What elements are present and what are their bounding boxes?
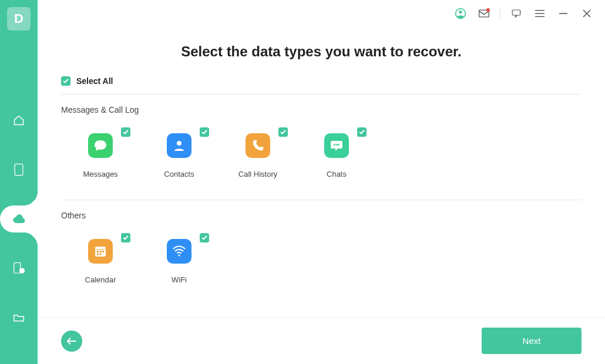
- svg-rect-7: [512, 10, 520, 15]
- tile-checkbox[interactable]: [200, 233, 209, 242]
- minimize-icon: [559, 9, 567, 18]
- nav-folder[interactable]: [0, 304, 38, 331]
- account-button[interactable]: [451, 5, 470, 22]
- content-area: Select the data types you want to recove…: [38, 27, 605, 317]
- nav-home[interactable]: [0, 107, 38, 134]
- svg-point-15: [334, 144, 335, 146]
- tile-grid: MessagesContactsCall HistoryChats: [61, 122, 582, 188]
- tile-checkbox[interactable]: [121, 127, 130, 137]
- contacts-icon: [167, 133, 191, 158]
- folder-icon: [13, 313, 25, 322]
- tile-checkbox[interactable]: [278, 127, 288, 137]
- tile-messages[interactable]: Messages: [61, 122, 140, 188]
- svg-rect-0: [15, 164, 23, 175]
- tile-call-history[interactable]: Call History: [219, 122, 297, 188]
- app-logo: D: [7, 7, 31, 31]
- account-icon: [455, 8, 466, 19]
- device-alert-icon: [13, 262, 25, 275]
- section-title: Messages & Call Log: [61, 105, 582, 114]
- menu-button[interactable]: [530, 5, 550, 22]
- tile-checkbox[interactable]: [121, 233, 130, 242]
- separator: [500, 8, 500, 19]
- select-all-label: Select All: [76, 76, 113, 86]
- nav-phone[interactable]: [0, 156, 38, 183]
- arrow-left-icon: [66, 337, 77, 345]
- titlebar: [38, 0, 605, 27]
- tile-label: Messages: [83, 170, 117, 178]
- tile-label: WiFi: [172, 275, 187, 284]
- cloud-icon: [12, 214, 25, 224]
- svg-rect-21: [97, 251, 99, 252]
- bottom-bar: Next: [38, 317, 605, 364]
- nav-cloud[interactable]: [0, 205, 38, 232]
- select-all-checkbox[interactable]: Select All: [61, 76, 582, 95]
- svg-point-26: [178, 254, 180, 256]
- section: OthersCalendarWiFi: [61, 211, 582, 294]
- tile-label: Call History: [238, 170, 277, 178]
- home-icon: [13, 114, 25, 126]
- chats-icon: [324, 133, 349, 158]
- svg-rect-22: [100, 251, 102, 252]
- menu-icon: [535, 9, 544, 18]
- tile-grid: CalendarWiFi: [61, 227, 582, 294]
- back-button[interactable]: [61, 331, 82, 352]
- tile-chats[interactable]: Chats: [297, 122, 376, 188]
- phone-icon: [14, 163, 24, 176]
- minimize-button[interactable]: [553, 5, 573, 22]
- next-button[interactable]: Next: [482, 328, 582, 354]
- tile-wifi[interactable]: WiFi: [140, 227, 219, 294]
- calendar-icon: [88, 239, 113, 264]
- tile-contacts[interactable]: Contacts: [140, 122, 219, 188]
- tile-label: Contacts: [164, 170, 194, 178]
- messages-icon: [88, 133, 113, 158]
- main-panel: Select the data types you want to recove…: [38, 0, 605, 364]
- mail-button[interactable]: [474, 5, 494, 22]
- section-title: Others: [61, 211, 582, 220]
- nav-device-alert[interactable]: [0, 255, 38, 282]
- feedback-icon: [511, 8, 522, 19]
- divider: [61, 200, 582, 200]
- close-icon: [583, 9, 591, 18]
- tile-label: Chats: [327, 170, 347, 178]
- notification-dot: [486, 8, 490, 12]
- tile-checkbox[interactable]: [200, 127, 209, 137]
- tile-checkbox[interactable]: [357, 127, 367, 137]
- svg-rect-24: [97, 254, 99, 255]
- tile-calendar[interactable]: Calendar: [61, 227, 140, 294]
- phone-solid-icon: [246, 133, 270, 158]
- sidebar: D: [0, 0, 38, 364]
- svg-point-17: [338, 144, 340, 146]
- checkbox-icon: [61, 76, 70, 86]
- svg-point-14: [177, 141, 182, 146]
- svg-point-16: [336, 144, 338, 146]
- svg-point-5: [459, 11, 462, 14]
- svg-rect-25: [100, 254, 102, 255]
- nav-list: [0, 107, 38, 331]
- section: Messages & Call LogMessagesContactsCall …: [61, 105, 582, 188]
- svg-rect-23: [102, 251, 104, 252]
- feedback-button[interactable]: [506, 5, 526, 22]
- wifi-icon: [167, 239, 191, 264]
- page-title: Select the data types you want to recove…: [61, 43, 582, 60]
- close-button[interactable]: [577, 5, 597, 22]
- tile-label: Calendar: [85, 275, 116, 284]
